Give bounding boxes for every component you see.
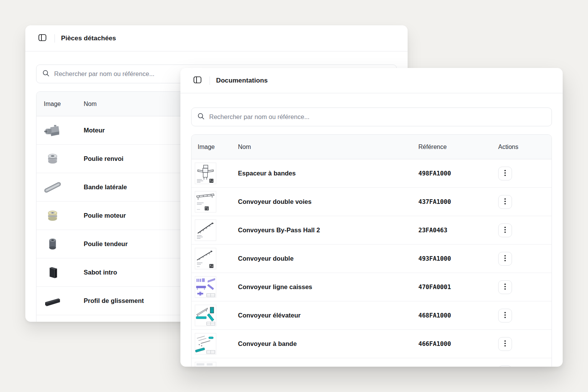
doc-name: Convoyeur double bbox=[238, 255, 418, 262]
row-actions-button[interactable] bbox=[498, 223, 512, 237]
doc-name: Convoyeurs By-Pass Hall 2 bbox=[238, 227, 418, 234]
row-actions-button[interactable] bbox=[498, 167, 512, 180]
sidebar-toggle-button[interactable] bbox=[36, 32, 48, 45]
kebab-icon bbox=[504, 198, 506, 206]
doc-reference: 23FA0463 bbox=[418, 227, 498, 234]
column-header-image: Image bbox=[192, 144, 238, 151]
docs-search bbox=[191, 108, 552, 126]
doc-reference: 470FA0001 bbox=[418, 283, 498, 291]
product-thumbnail-poulie-renvoi bbox=[44, 150, 61, 168]
parts-window-header: Pièces détachées bbox=[25, 25, 408, 51]
panel-left-icon bbox=[193, 76, 202, 85]
column-header-actions: Actions bbox=[498, 144, 552, 151]
doc-name: Convoyeur élévateur bbox=[238, 312, 418, 319]
table-row-partial bbox=[192, 358, 552, 367]
kebab-icon bbox=[504, 255, 506, 263]
product-thumbnail-sabot-intro bbox=[44, 264, 61, 281]
doc-name: Convoyeur ligne caisses bbox=[238, 283, 418, 291]
doc-name: Espaceur à bandes bbox=[238, 170, 418, 177]
doc-thumbnail-double bbox=[195, 248, 216, 270]
page-title: Documentations bbox=[216, 77, 268, 84]
doc-thumbnail-double-voies bbox=[195, 191, 216, 213]
kebab-icon bbox=[504, 170, 506, 177]
product-thumbnail-profil-glissement bbox=[44, 292, 61, 310]
doc-name: Convoyeur double voies bbox=[238, 198, 418, 205]
doc-reference: 466FA1000 bbox=[418, 340, 498, 347]
doc-thumbnail-elevateur bbox=[195, 304, 216, 326]
doc-thumbnail-ligne-caisses bbox=[195, 276, 216, 298]
doc-reference: 493FA1000 bbox=[418, 255, 498, 262]
docs-table: Image Nom Référence Actions bbox=[191, 134, 552, 367]
table-row[interactable]: Espaceur à bandes 498FA1000 bbox=[192, 159, 552, 188]
table-row[interactable]: Convoyeur double 493FA1000 bbox=[192, 245, 552, 273]
doc-thumbnail-espaceur bbox=[195, 162, 216, 184]
doc-thumbnail-bypass bbox=[195, 219, 216, 241]
kebab-icon bbox=[504, 312, 506, 319]
search-icon bbox=[42, 69, 50, 78]
docs-table-header: Image Nom Référence Actions bbox=[192, 135, 552, 159]
panel-left-icon bbox=[38, 34, 46, 43]
row-actions-button[interactable] bbox=[498, 252, 512, 266]
column-header-image: Image bbox=[36, 101, 84, 108]
table-row[interactable]: Convoyeur élévateur 468FA1000 bbox=[192, 301, 552, 330]
kebab-icon bbox=[504, 283, 506, 291]
table-row[interactable]: Convoyeur double voies 437FA1000 bbox=[192, 188, 552, 216]
row-actions-button[interactable] bbox=[498, 366, 512, 367]
docs-window-header: Documentations bbox=[180, 68, 563, 93]
row-actions-button[interactable] bbox=[498, 337, 512, 351]
column-header-reference: Référence bbox=[418, 144, 498, 151]
doc-thumbnail-a-bande bbox=[195, 333, 216, 355]
doc-reference: 498FA1000 bbox=[418, 170, 498, 177]
doc-reference: 468FA1000 bbox=[418, 312, 498, 319]
sidebar-toggle-button[interactable] bbox=[191, 74, 203, 87]
page-title: Pièces détachées bbox=[61, 35, 116, 42]
doc-reference: 437FA1000 bbox=[418, 198, 498, 205]
header-divider bbox=[55, 34, 55, 43]
docs-search-input[interactable] bbox=[209, 113, 546, 121]
table-row[interactable]: Convoyeurs By-Pass Hall 2 23FA0463 bbox=[192, 216, 552, 245]
column-header-name: Nom bbox=[238, 144, 418, 151]
header-divider bbox=[210, 76, 210, 85]
product-thumbnail-poulie-moteur bbox=[44, 207, 61, 225]
doc-name: Convoyeur à bande bbox=[238, 340, 418, 347]
row-actions-button[interactable] bbox=[498, 195, 512, 209]
search-icon bbox=[197, 112, 205, 121]
row-actions-button[interactable] bbox=[498, 309, 512, 323]
kebab-icon bbox=[504, 227, 506, 234]
product-thumbnail-moteur bbox=[44, 122, 61, 139]
table-row[interactable]: Convoyeur à bande 466FA1000 bbox=[192, 330, 552, 358]
table-row[interactable]: Convoyeur ligne caisses 470FA0001 bbox=[192, 273, 552, 301]
doc-thumbnail-partial bbox=[195, 362, 216, 367]
kebab-icon bbox=[504, 340, 506, 348]
row-actions-button[interactable] bbox=[498, 280, 512, 294]
docs-window: Documentations Image Nom Référence Actio… bbox=[180, 68, 563, 367]
product-thumbnail-poulie-tendeur bbox=[44, 235, 61, 253]
product-thumbnail-bande-laterale bbox=[44, 179, 61, 196]
